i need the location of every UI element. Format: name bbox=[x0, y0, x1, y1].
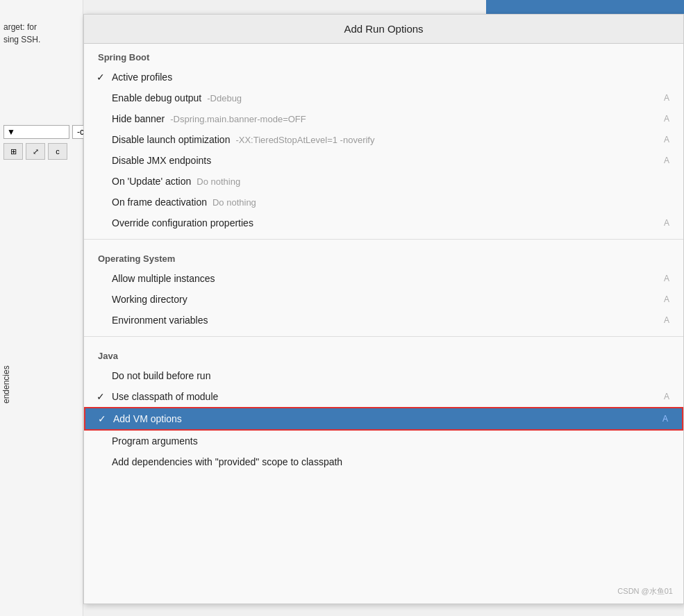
section-operating-system: Operating System bbox=[84, 245, 683, 268]
divider-2 bbox=[84, 336, 683, 337]
menu-item-use-classpath-of-module[interactable]: Use classpath of module A bbox=[84, 386, 683, 407]
expand-icon-btn[interactable]: ⤢ bbox=[26, 143, 45, 160]
menu-item-active-profiles[interactable]: Active profiles bbox=[84, 67, 683, 88]
dialog-title: Add Run Options bbox=[84, 15, 683, 44]
add-run-options-dialog: Add Run Options Spring Boot Active profi… bbox=[83, 14, 684, 604]
menu-item-program-arguments[interactable]: Program arguments bbox=[84, 431, 683, 451]
menu-item-allow-multiple-instances[interactable]: Allow multiple instances A bbox=[84, 268, 683, 289]
menu-item-disable-jmx-endpoints[interactable]: Disable JMX endpoints A bbox=[84, 150, 683, 171]
menu-item-working-directory[interactable]: Working directory A bbox=[84, 289, 683, 310]
watermark: CSDN @水鱼01 bbox=[617, 586, 673, 597]
menu-item-on-update-action[interactable]: On 'Update' action Do nothing bbox=[84, 171, 683, 192]
left-panel: arget: for sing SSH. ▼ -cp ⊞ ⤢ c endenci… bbox=[0, 0, 83, 616]
menu-item-override-configuration-properties[interactable]: Override configuration properties A bbox=[84, 213, 683, 233]
menu-item-do-not-build-before-run[interactable]: Do not build before run bbox=[84, 365, 683, 386]
left-dropdown[interactable]: ▼ bbox=[3, 125, 69, 139]
section-spring-boot: Spring Boot bbox=[84, 44, 683, 67]
c-icon-btn[interactable]: c bbox=[48, 143, 67, 160]
left-panel-text: arget: for sing SSH. bbox=[3, 21, 40, 46]
menu-item-disable-launch-optimization[interactable]: Disable launch optimization -XX:TieredSt… bbox=[84, 129, 683, 150]
grid-icon-btn[interactable]: ⊞ bbox=[3, 143, 23, 160]
menu-item-enable-debug-output[interactable]: Enable debug output -Ddebug A bbox=[84, 88, 683, 108]
menu-item-add-dependencies-provided[interactable]: Add dependencies with "provided" scope t… bbox=[84, 451, 683, 472]
menu-item-on-frame-deactivation[interactable]: On frame deactivation Do nothing bbox=[84, 192, 683, 213]
side-label: endencies bbox=[0, 347, 12, 408]
menu-item-environment-variables[interactable]: Environment variables A bbox=[84, 310, 683, 331]
divider-1 bbox=[84, 239, 683, 240]
section-java: Java bbox=[84, 342, 683, 365]
menu-item-hide-banner[interactable]: Hide banner -Dspring.main.banner-mode=OF… bbox=[84, 108, 683, 129]
menu-item-add-vm-options[interactable]: Add VM options A bbox=[84, 407, 683, 431]
